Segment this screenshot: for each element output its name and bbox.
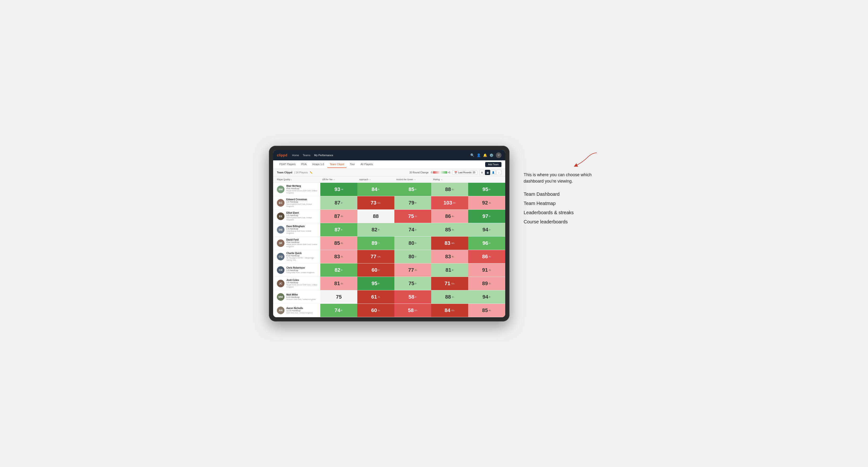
score-value: 77 bbox=[408, 267, 414, 273]
score-cell: 799↑ bbox=[394, 196, 431, 210]
score-value: 87 bbox=[335, 200, 340, 206]
score-change: 4↑ bbox=[415, 296, 417, 298]
table-row[interactable]: EEElliot Ebert1-5 HandicapSunningdale Go… bbox=[273, 210, 505, 223]
score-cell: 85-3↓ bbox=[320, 237, 357, 250]
score-value: 81 bbox=[445, 267, 451, 273]
avatar[interactable]: U bbox=[496, 152, 501, 158]
score-change: 4↑ bbox=[378, 228, 380, 231]
table-row[interactable]: MMMatt Miller6-10 HandicapWoburn Golf Cl… bbox=[273, 290, 505, 304]
score-value: 93 bbox=[335, 186, 340, 192]
score-change: 8↑ bbox=[378, 282, 380, 285]
player-cell[interactable]: DBDave Billingham1-5 HandicapGog Magog G… bbox=[273, 224, 320, 236]
player-cell[interactable]: MMMatt Miller6-10 HandicapWoburn Golf Cl… bbox=[273, 292, 320, 302]
score-cell: 60-1↓ bbox=[357, 304, 394, 317]
person-view-button[interactable]: 👤 bbox=[491, 170, 496, 175]
player-cell[interactable]: ECEdward Crossman1-5 HandicapSunningdale… bbox=[273, 197, 320, 209]
table-row[interactable]: JCJosh Coles1-5 HandicapRoyal North Devo… bbox=[273, 277, 505, 290]
table-row[interactable]: DBDave Billingham1-5 HandicapGog Magog G… bbox=[273, 223, 505, 237]
nav-teams[interactable]: Teams bbox=[303, 153, 310, 158]
download-button[interactable]: ↓ bbox=[496, 170, 501, 175]
score-value: 58 bbox=[408, 307, 413, 313]
score-box: 741↑ bbox=[394, 223, 431, 236]
score-value: 75 bbox=[408, 213, 414, 219]
score-box: 824↑ bbox=[357, 223, 394, 236]
player-avatar: BM bbox=[277, 186, 284, 193]
score-value: 88 bbox=[373, 213, 379, 219]
bell-icon[interactable]: 🔔 bbox=[483, 153, 487, 157]
table-row[interactable]: ANAaron Nicholls11-15 HandicapDrift Golf… bbox=[273, 304, 505, 317]
score-cell: 874↑ bbox=[320, 223, 357, 236]
settings-icon[interactable]: ⚙️ bbox=[489, 153, 493, 157]
player-club: Royal North Devon Golf Club, United King… bbox=[286, 284, 318, 288]
player-cell[interactable]: EEElliot Ebert1-5 HandicapSunningdale Go… bbox=[273, 210, 320, 222]
score-box: 88-2↓ bbox=[431, 290, 468, 304]
score-value: 60 bbox=[371, 267, 377, 273]
player-avatar: JC bbox=[277, 280, 284, 287]
search-icon[interactable]: 🔍 bbox=[470, 153, 474, 157]
tab-hcaps[interactable]: Hcaps 1-5 bbox=[310, 161, 327, 168]
tab-team-clippd[interactable]: Team Clippd bbox=[328, 161, 346, 168]
score-cell: 81-3↓ bbox=[320, 277, 357, 290]
player-cell[interactable]: BMBlair McHargPlus HandicapRoyal North D… bbox=[273, 183, 320, 195]
score-value: 79 bbox=[408, 200, 414, 206]
col-around-green: Around the Green → bbox=[394, 177, 431, 182]
score-change: -1↓ bbox=[452, 188, 455, 191]
score-change: 1↑ bbox=[415, 228, 417, 231]
score-value: 60 bbox=[371, 307, 377, 313]
table-row[interactable]: BMBlair McHargPlus HandicapRoyal North D… bbox=[273, 183, 505, 196]
score-change: -3↓ bbox=[489, 269, 492, 271]
user-icon[interactable]: 👤 bbox=[477, 153, 481, 157]
score-value: 75 bbox=[408, 280, 414, 286]
player-club: Drift Golf Club, United Kingdom bbox=[286, 312, 313, 314]
score-value: 89 bbox=[482, 280, 488, 286]
last-rounds-button[interactable]: 📅 Last Rounds: 20 bbox=[452, 170, 477, 175]
score-box: 60-1↓ bbox=[357, 304, 394, 317]
player-name: Dave Billingham bbox=[286, 225, 318, 228]
sub-nav: PGAT Players PGA Hcaps 1-5 Team Clippd T… bbox=[273, 160, 505, 169]
table-row[interactable]: CQCharlie Quick6-10 HandicapSt. George's… bbox=[273, 250, 505, 263]
table-row[interactable]: DFDavid FordPlus HandicapRoyal North Dev… bbox=[273, 237, 505, 250]
player-name: Blair McHarg bbox=[286, 185, 318, 187]
player-name: Charlie Quick bbox=[286, 252, 318, 254]
tab-all-players[interactable]: All Players bbox=[358, 161, 375, 168]
player-club: Gog Magog Golf Club, United Kingdom bbox=[286, 230, 318, 234]
tab-pga[interactable]: PGA bbox=[299, 161, 309, 168]
player-name: Elliot Ebert bbox=[286, 212, 318, 214]
edit-icon[interactable]: ✏️ bbox=[310, 171, 312, 174]
table-row[interactable]: CRChris Robertson1-5 HandicapCraigmillar… bbox=[273, 263, 505, 277]
score-cell: 88 bbox=[357, 210, 394, 223]
score-value: 85 bbox=[482, 307, 488, 313]
score-change: 1↑ bbox=[489, 228, 491, 231]
score-value: 84 bbox=[445, 307, 450, 313]
score-box: 84-21↓ bbox=[431, 304, 468, 317]
nav-home[interactable]: Home bbox=[292, 153, 299, 158]
score-cell: 963↑ bbox=[468, 237, 505, 250]
score-change: -3↓ bbox=[414, 215, 417, 217]
grid-view-button[interactable]: ⊞ bbox=[479, 170, 485, 175]
score-change: -1↓ bbox=[377, 309, 380, 312]
add-team-button[interactable]: Add Team bbox=[485, 162, 501, 167]
score-change: -2↓ bbox=[452, 296, 455, 298]
player-avatar: MM bbox=[277, 293, 284, 301]
tab-tour[interactable]: Tour bbox=[347, 161, 357, 168]
player-cell[interactable]: DFDavid FordPlus HandicapRoyal North Dev… bbox=[273, 237, 320, 249]
player-cell[interactable]: CQCharlie Quick6-10 HandicapSt. George's… bbox=[273, 250, 320, 262]
score-cell: 941↑ bbox=[468, 223, 505, 236]
player-cell[interactable]: CRChris Robertson1-5 HandicapCraigmillar… bbox=[273, 265, 320, 275]
player-club: Sunningdale Golf Club, United Kingdom bbox=[286, 217, 318, 221]
player-cell[interactable]: JCJosh Coles1-5 HandicapRoyal North Devo… bbox=[273, 277, 320, 289]
score-value: 87 bbox=[334, 213, 340, 219]
player-cell[interactable]: ANAaron Nicholls11-15 HandicapDrift Golf… bbox=[273, 305, 320, 316]
player-info: Dave Billingham1-5 HandicapGog Magog Gol… bbox=[286, 225, 318, 234]
score-cell: 77-14↓ bbox=[357, 250, 394, 263]
score-cell: 975↑ bbox=[468, 210, 505, 223]
nav-my-performance[interactable]: My Performance bbox=[314, 153, 333, 158]
score-box: 801↑ bbox=[394, 250, 431, 263]
heatmap-view-button[interactable]: ▦ bbox=[485, 170, 490, 175]
score-box: 86-8↓ bbox=[468, 250, 505, 263]
tab-pgat[interactable]: PGAT Players bbox=[277, 161, 298, 168]
tablet-frame: clippd Home Teams My Performance 🔍 👤 🔔 ⚙… bbox=[269, 146, 509, 321]
table-row[interactable]: ECEdward Crossman1-5 HandicapSunningdale… bbox=[273, 196, 505, 210]
score-box: 803↑ bbox=[394, 237, 431, 250]
score-box: 941↑ bbox=[468, 223, 505, 236]
